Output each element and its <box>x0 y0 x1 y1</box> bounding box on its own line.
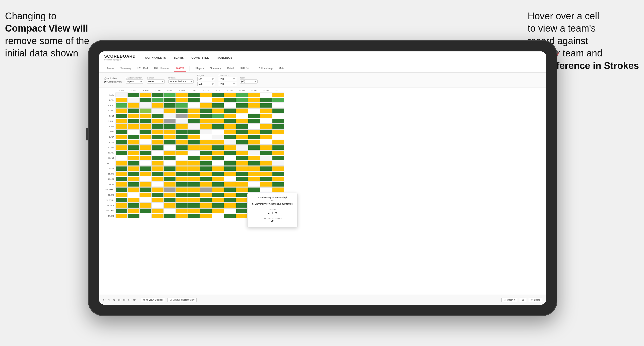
tablet-screen: SCOREBOARD Powered by clippd TOURNAMENTS… <box>99 51 546 305</box>
undo-icon[interactable]: ↩ <box>103 298 105 302</box>
bottom-toolbar: ↩ ↪ ↺ ⊞ ⊕ ⊖ ⟳ ⊙ ⊙ View: Original ⊟ ⊟ Sav… <box>99 295 546 305</box>
tabs-row: Teams Summary H2H Grid H2H Heatmap Matri… <box>99 64 546 73</box>
share-button[interactable]: ⇧ Share <box>529 298 542 302</box>
tab-players-matrix[interactable]: Matrix <box>276 65 288 72</box>
tab-h2h-grid[interactable]: H2H Grid <box>135 65 150 72</box>
zoom-out-icon[interactable]: ⊖ <box>128 298 131 302</box>
nav-committee[interactable]: COMMITTEE <box>191 56 209 59</box>
zoom-in-icon[interactable]: ⊕ <box>123 298 126 302</box>
col-header-5: 6. FSU <box>176 89 188 92</box>
matrix-container: 1. AU 2. VU 3. ASU 4. UNC 5. UT 6. FSU 7… <box>99 88 546 220</box>
table-row: 13. UT <box>102 155 544 161</box>
table-row: 2. VU <box>102 98 544 103</box>
tab-h2h-heatmap[interactable]: H2H Heatmap <box>152 65 172 72</box>
tooltip-team1: 7. University of Mississippi <box>251 196 294 199</box>
nav-items: TOURNAMENTS TEAMS COMMITTEE RANKINGS <box>143 56 232 59</box>
col-header-6: 7. UM <box>188 89 200 92</box>
col-header-0: 1. AU <box>115 89 128 92</box>
table-row: 9. UA <box>102 134 544 140</box>
table-row: 19. TAMU <box>102 187 544 192</box>
filter-conference: Conference (All) (All) <box>219 74 236 86</box>
col-header-2: 3. ASU <box>140 89 152 92</box>
view-original-button[interactable]: ⊙ ⊙ View: Original <box>141 298 165 302</box>
max-teams-select[interactable]: Top 50 <box>126 79 143 83</box>
team-select[interactable]: (All) <box>240 79 258 83</box>
col-header-1: 2. VU <box>128 89 140 92</box>
table-row: 18. UI <box>102 182 544 187</box>
radio-compact-view[interactable]: Compact View <box>104 80 122 83</box>
table-row: 10. UW <box>102 140 544 145</box>
col-header-12: 13. UT <box>260 89 272 92</box>
reset-icon[interactable]: ↺ <box>113 298 115 302</box>
collaborate-button[interactable]: ⊞ <box>520 298 526 302</box>
app-header: SCOREBOARD Powered by clippd TOURNAMENTS… <box>99 51 546 64</box>
tooltip-record-label: Record: <box>251 209 294 211</box>
table-row: 4. UNC <box>102 108 544 113</box>
table-row: 6. FSU <box>102 119 544 124</box>
nav-teams[interactable]: TEAMS <box>173 56 184 59</box>
table-row: 12. UV <box>102 150 544 155</box>
tab-players-h2h-grid[interactable]: H2H Grid <box>237 65 253 72</box>
filter-gender: Gender Men's <box>147 77 165 83</box>
conference-select-1[interactable]: (All) <box>219 77 236 81</box>
logo-area: SCOREBOARD Powered by clippd <box>104 54 136 61</box>
tablet-frame: SCOREBOARD Powered by clippd TOURNAMENTS… <box>88 40 557 316</box>
table-row: 7. UM <box>102 124 544 129</box>
radio-full-circle <box>104 77 106 80</box>
table-row: 14. TTU <box>102 161 544 166</box>
division-select[interactable]: NCAA Division I <box>168 79 194 83</box>
tab-teams[interactable]: Teams <box>104 65 116 72</box>
tab-players-h2h-heatmap[interactable]: H2H Heatmap <box>254 65 275 72</box>
col-header-10: 11. UA <box>236 89 248 92</box>
tooltip-diff-label: Difference in Strokes: <box>251 217 294 219</box>
refresh-icon[interactable]: ⟳ <box>133 298 136 302</box>
tooltip-record-value: 1 - 4 - 0 <box>251 211 294 214</box>
region-select-2[interactable]: (All) <box>197 82 215 86</box>
region-select-1[interactable]: N/A <box>197 77 215 81</box>
nav-rankings[interactable]: RANKINGS <box>217 56 232 59</box>
col-header-9: 10. UW <box>224 89 236 92</box>
table-row: 20. UG <box>102 192 544 198</box>
cell-tooltip: 7. University of Mississippi vs 8. Unive… <box>247 193 298 227</box>
conference-select-2[interactable]: (All) <box>219 82 236 86</box>
tooltip-team2: 8. University of Arkansas, Fayetteville <box>251 203 294 205</box>
col-header-11: 12. UV <box>248 89 260 92</box>
table-row: 1. AU <box>102 92 544 98</box>
table-row: 24. UO <box>102 213 544 219</box>
share-icon: ⇧ <box>531 299 533 301</box>
matrix-column-headers: 1. AU 2. VU 3. ASU 4. UNC 5. UT 6. FSU 7… <box>115 89 544 92</box>
table-row: 3. ASU <box>102 103 544 108</box>
table-row: 8. UAF <box>102 129 544 134</box>
radio-compact-circle <box>104 81 106 83</box>
filter-team: Team (All) <box>240 77 258 83</box>
filters-row: Full View Compact View Max teams in view… <box>99 73 546 88</box>
tab-detail[interactable]: Detail <box>225 65 236 72</box>
redo-icon[interactable]: ↪ <box>108 298 110 302</box>
view-radio-group: Full View Compact View <box>104 77 122 83</box>
tooltip-vs: vs <box>251 200 294 202</box>
toolbar-divider <box>138 297 138 302</box>
collab-icon: ⊞ <box>522 299 524 301</box>
col-header-8: 9. UA <box>212 89 224 92</box>
nav-tournaments[interactable]: TOURNAMENTS <box>143 56 166 59</box>
tab-matrix[interactable]: Matrix <box>174 65 186 72</box>
tab-players-summary[interactable]: Summary <box>208 65 223 72</box>
watch-button[interactable]: ◎ Watch ▾ <box>501 298 517 302</box>
table-row: 23. UNM <box>102 208 544 213</box>
table-row: 17. GT <box>102 177 544 182</box>
table-row: 21. ETSU <box>102 198 544 203</box>
save-icon: ⊟ <box>170 299 172 301</box>
filter-division: Division NCAA Division I <box>168 77 194 83</box>
table-row: 22. UCB <box>102 203 544 208</box>
logo-sub: Powered by clippd <box>104 59 136 61</box>
radio-full-view[interactable]: Full View <box>104 77 122 80</box>
zoom-fit-icon[interactable]: ⊞ <box>118 298 121 302</box>
tab-summary[interactable]: Summary <box>118 65 134 72</box>
col-header-13: 14. T... <box>272 89 284 92</box>
tooltip-diff-value: -2 <box>251 220 294 223</box>
col-header-4: 5. UT <box>164 89 176 92</box>
tab-players[interactable]: Players <box>193 65 206 72</box>
gender-select[interactable]: Men's <box>147 79 165 83</box>
save-custom-view-button[interactable]: ⊟ ⊟ Save Custom View <box>167 298 197 302</box>
table-row: 11. UA <box>102 145 544 150</box>
